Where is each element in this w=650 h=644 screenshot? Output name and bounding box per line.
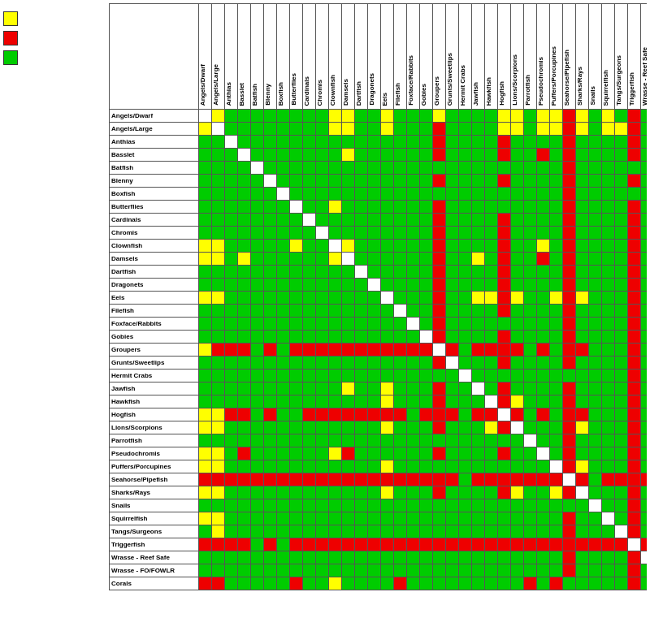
cell-8-23 (498, 214, 511, 227)
cell-3-7 (290, 149, 303, 162)
cell-18-26 (537, 344, 550, 357)
cell-0-34 (641, 110, 648, 123)
cell-3-17 (420, 149, 433, 162)
cell-8-20 (459, 214, 472, 227)
cell-30-30 (589, 499, 602, 512)
cell-31-3 (238, 512, 251, 525)
cell-26-34 (641, 447, 648, 460)
cell-18-16 (407, 344, 420, 357)
cell-31-6 (277, 512, 290, 525)
cell-16-11 (342, 318, 355, 331)
cell-16-0 (199, 318, 212, 331)
cell-10-25 (524, 240, 537, 253)
cell-24-33 (628, 421, 641, 434)
col-header-text-22: Hawkfish (485, 76, 492, 107)
cell-5-11 (342, 175, 355, 188)
col-header-30: Snails (589, 4, 602, 110)
cell-17-25 (524, 331, 537, 344)
cell-4-9 (316, 162, 329, 175)
cell-24-26 (537, 421, 550, 434)
cell-36-8 (303, 577, 316, 590)
row-header-27: Puffers/Porcupines (110, 460, 199, 473)
cell-3-34 (641, 149, 648, 162)
cell-34-16 (407, 551, 420, 564)
cell-36-3 (238, 577, 251, 590)
cell-1-30 (589, 123, 602, 136)
cell-29-14 (381, 486, 394, 499)
cell-31-14 (381, 512, 394, 525)
cell-7-33 (628, 201, 641, 214)
cell-9-32 (615, 227, 628, 240)
cell-3-33 (628, 149, 641, 162)
cell-6-20 (459, 188, 472, 201)
cell-22-25 (524, 395, 537, 408)
cell-32-32 (615, 525, 628, 538)
table-row: Corals (110, 577, 648, 590)
cell-17-30 (589, 331, 602, 344)
cell-3-28 (563, 149, 576, 162)
col-header-13: Dragonets (368, 4, 381, 110)
cell-30-6 (277, 499, 290, 512)
not-compatible-color-box (3, 31, 18, 45)
cell-17-17 (420, 331, 433, 344)
cell-0-9 (316, 110, 329, 123)
cell-25-10 (329, 434, 342, 447)
cell-26-15 (394, 447, 407, 460)
cell-5-19 (446, 175, 459, 188)
cell-3-23 (498, 149, 511, 162)
cell-30-19 (446, 499, 459, 512)
cell-31-20 (459, 512, 472, 525)
cell-23-27 (550, 408, 563, 421)
table-row: Chromis (110, 227, 648, 240)
cell-12-13 (368, 266, 381, 279)
cell-28-22 (485, 473, 498, 486)
cell-1-32 (615, 123, 628, 136)
cell-3-18 (433, 149, 446, 162)
cell-18-20 (459, 344, 472, 357)
cell-13-29 (576, 279, 589, 292)
cell-5-34 (641, 175, 648, 188)
cell-15-31 (602, 305, 615, 318)
cell-10-27 (550, 240, 563, 253)
cell-8-8 (303, 214, 316, 227)
cell-11-16 (407, 253, 420, 266)
cell-33-1 (212, 538, 225, 551)
cell-1-5 (264, 123, 277, 136)
cell-13-30 (589, 279, 602, 292)
cell-1-13 (368, 123, 381, 136)
cell-20-7 (290, 370, 303, 383)
col-header-text-16: Foxface/Rabbits (407, 54, 414, 107)
cell-4-33 (628, 162, 641, 175)
cell-6-26 (537, 188, 550, 201)
cell-21-26 (537, 383, 550, 395)
cell-13-18 (433, 279, 446, 292)
cell-2-18 (433, 136, 446, 149)
cell-11-8 (303, 253, 316, 266)
cell-14-0 (199, 292, 212, 305)
cell-34-4 (251, 551, 264, 564)
cell-18-19 (446, 344, 459, 357)
cell-6-14 (381, 188, 394, 201)
cell-5-17 (420, 175, 433, 188)
cell-6-10 (329, 188, 342, 201)
cell-0-13 (368, 110, 381, 123)
cell-36-28 (563, 577, 576, 590)
cell-2-0 (199, 136, 212, 149)
cell-3-21 (472, 149, 485, 162)
cell-17-22 (485, 331, 498, 344)
cell-4-12 (355, 162, 368, 175)
cell-23-15 (394, 408, 407, 421)
cell-31-2 (225, 512, 238, 525)
cell-29-3 (238, 486, 251, 499)
cell-16-24 (511, 318, 524, 331)
cell-32-26 (537, 525, 550, 538)
cell-24-6 (277, 421, 290, 434)
cell-15-27 (550, 305, 563, 318)
cell-0-14 (381, 110, 394, 123)
col-header-23: Hogfish (498, 4, 511, 110)
cell-33-9 (316, 538, 329, 551)
cell-12-31 (602, 266, 615, 279)
cell-12-26 (537, 266, 550, 279)
page: Angels/DwarfAngels/LargeAnthiasBassletBa… (0, 0, 650, 594)
cell-32-30 (589, 525, 602, 538)
